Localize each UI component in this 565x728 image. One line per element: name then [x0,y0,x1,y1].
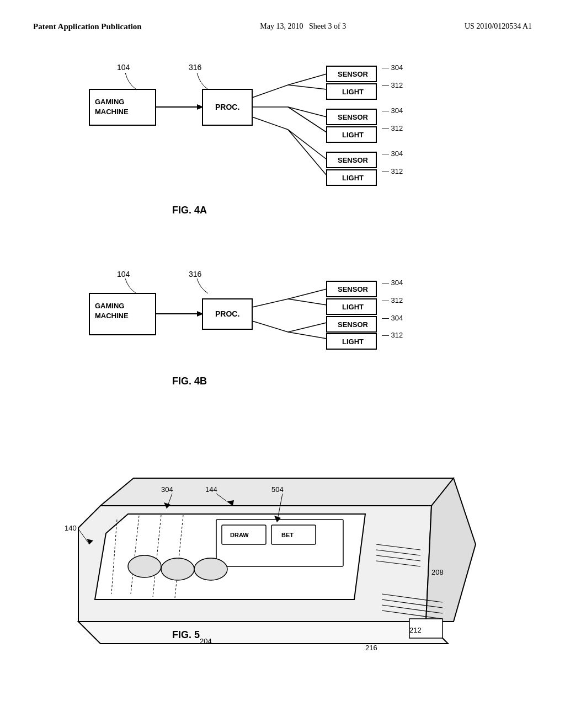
svg-text:— 304: — 304 [382,63,403,72]
svg-text:— 304: — 304 [382,279,403,287]
svg-line-17 [288,130,327,175]
svg-text:GAMING: GAMING [95,98,124,106]
svg-text:— 312: — 312 [382,81,403,89]
header: Patent Application Publication May 13, 2… [33,22,532,31]
svg-text:— 312: — 312 [382,331,403,339]
svg-line-46 [252,299,288,307]
svg-line-13 [288,107,327,117]
svg-line-15 [252,117,288,130]
page: Patent Application Publication May 13, 2… [0,0,565,728]
svg-text:— 312: — 312 [382,124,403,132]
svg-text:140: 140 [65,524,77,532]
svg-text:MACHINE: MACHINE [95,108,129,116]
svg-line-14 [288,107,327,132]
header-patent-number: US 2010/0120534 A1 [465,22,532,31]
fig4a-diagram: 104 316 GAMING MACHINE PROC. [33,53,532,241]
svg-text:504: 504 [271,485,284,494]
svg-text:SENSOR: SENSOR [338,70,369,78]
fig4b-diagram: 104 316 GAMING MACHINE PROC. [33,263,532,417]
svg-line-16 [288,130,327,159]
svg-line-9 [252,85,288,98]
svg-text:— 312: — 312 [382,296,403,304]
svg-text:PROC.: PROC. [215,103,239,111]
svg-text:LIGHT: LIGHT [342,174,364,182]
svg-text:316: 316 [189,63,202,72]
svg-text:104: 104 [117,270,130,279]
svg-line-10 [288,74,327,85]
svg-text:DRAW: DRAW [230,532,249,538]
svg-text:LIGHT: LIGHT [342,338,364,346]
svg-text:SENSOR: SENSOR [338,285,369,293]
svg-text:SENSOR: SENSOR [338,156,369,164]
svg-text:LIGHT: LIGHT [342,303,364,311]
svg-text:216: 216 [365,644,377,652]
header-publication-type: Patent Application Publication [33,22,142,31]
fig5-diagram: DRAW BET 140 [33,434,532,644]
header-date: May 13, 2010 [260,22,303,30]
svg-text:304: 304 [161,485,173,494]
svg-text:— 304: — 304 [382,106,403,115]
svg-text:— 304: — 304 [382,314,403,322]
svg-text:SENSOR: SENSOR [338,113,369,121]
svg-text:— 304: — 304 [382,149,403,158]
svg-point-80 [161,558,194,580]
svg-line-51 [288,332,327,339]
svg-line-47 [288,289,327,299]
svg-text:— 312: — 312 [382,167,403,175]
svg-point-81 [194,558,227,580]
svg-line-50 [288,323,327,332]
svg-text:BET: BET [281,532,294,538]
svg-point-79 [128,555,161,577]
header-date-sheet: May 13, 2010 Sheet 3 of 3 [260,22,346,31]
svg-text:GAMING: GAMING [95,302,124,310]
svg-text:LIGHT: LIGHT [342,131,364,139]
header-sheet: Sheet 3 of 3 [309,22,346,30]
svg-text:LIGHT: LIGHT [342,88,364,96]
svg-text:212: 212 [409,626,422,634]
svg-line-11 [288,85,327,89]
svg-marker-65 [78,622,448,644]
svg-text:MACHINE: MACHINE [95,312,129,320]
svg-text:PROC.: PROC. [215,309,239,318]
svg-text:104: 104 [117,63,130,72]
svg-rect-77 [271,525,316,544]
svg-text:FIG. 5: FIG. 5 [172,629,200,640]
svg-text:SENSOR: SENSOR [338,320,369,329]
svg-line-48 [288,299,327,305]
svg-text:FIG. 4A: FIG. 4A [172,205,207,216]
svg-text:144: 144 [205,485,217,494]
svg-text:FIG. 4B: FIG. 4B [172,376,207,387]
svg-text:316: 316 [189,270,202,279]
svg-text:208: 208 [431,568,444,576]
svg-text:204: 204 [200,637,212,645]
svg-line-49 [252,321,288,332]
